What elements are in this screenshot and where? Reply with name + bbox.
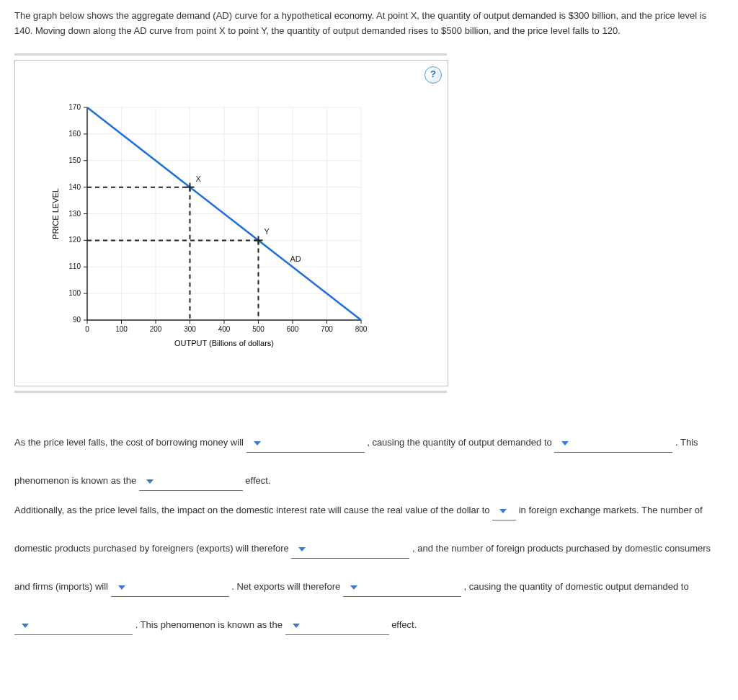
q2-text-d: . Net exports will therefore [231,581,343,592]
svg-text:800: 800 [355,325,368,333]
dropdown-effect-2[interactable] [285,597,389,635]
svg-text:150: 150 [68,156,81,164]
svg-text:OUTPUT (Billions of dollars): OUTPUT (Billions of dollars) [174,339,274,347]
chevron-down-icon [254,441,261,446]
chevron-down-icon [350,585,357,590]
svg-text:170: 170 [68,103,81,111]
chevron-down-icon [146,479,154,484]
svg-text:90: 90 [73,316,81,324]
svg-text:130: 130 [68,209,81,217]
dropdown-dollar-value[interactable] [492,501,516,520]
chevron-down-icon [118,585,125,590]
dropdown-exports[interactable] [291,520,409,559]
svg-text:600: 600 [287,325,299,333]
chevron-down-icon [561,441,569,446]
q2-text-a: Additionally, as the price level falls, … [14,505,492,515]
chart-wrap: 0100200300400500600700800901001101201301… [15,61,404,381]
q2-text-e: , causing the quantity of domestic outpu… [464,581,689,592]
q2-text-g: effect. [391,619,417,630]
dropdown-borrow-cost[interactable] [246,415,365,453]
dropdown-effect-1[interactable] [139,453,243,491]
dropdown-output-demanded[interactable] [554,415,672,453]
ad-chart: 0100200300400500600700800901001101201301… [44,100,375,360]
svg-text:200: 200 [150,325,162,333]
chevron-down-icon [298,547,306,551]
svg-text:110: 110 [68,262,81,270]
svg-text:300: 300 [184,325,196,333]
svg-text:700: 700 [321,325,333,333]
svg-text:100: 100 [115,325,128,333]
intro-paragraph: The graph below shows the aggregate dema… [14,9,724,39]
q1-text-d: effect. [245,475,270,486]
help-button[interactable]: ? [424,66,442,84]
svg-text:140: 140 [68,182,81,190]
svg-text:400: 400 [218,325,231,333]
chevron-down-icon [499,509,507,513]
dropdown-imports[interactable] [111,559,229,597]
svg-text:0: 0 [85,325,89,333]
svg-text:X: X [196,174,202,182]
svg-text:AD: AD [290,254,301,262]
chevron-down-icon [293,624,300,628]
svg-text:500: 500 [252,325,264,333]
svg-text:120: 120 [68,236,81,244]
q1-text-b: , causing the quantity of output demande… [367,437,554,448]
dropdown-net-exports[interactable] [343,559,461,597]
svg-text:Y: Y [264,227,270,236]
svg-text:PRICE LEVEL: PRICE LEVEL [51,188,60,239]
svg-text:100: 100 [68,289,81,297]
question-text: As the price level falls, the cost of bo… [14,415,724,635]
svg-text:160: 160 [68,129,81,137]
q2-text-f: . This phenomenon is known as the [135,619,285,630]
dropdown-domestic-output[interactable] [14,597,133,635]
graph-panel: ? 01002003004005006007008009010011012013… [14,60,448,387]
chevron-down-icon [22,624,29,628]
divider-bottom [14,391,447,393]
q1-text-a: As the price level falls, the cost of bo… [14,437,246,448]
divider-top [14,53,447,56]
